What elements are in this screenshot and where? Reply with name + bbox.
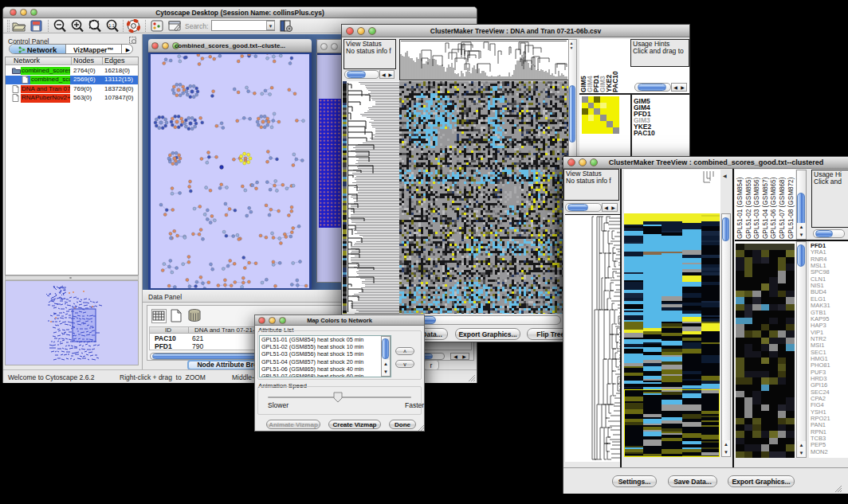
svg-text:MSI1: MSI1 [811, 342, 825, 349]
svg-text:PAC10: PAC10 [611, 71, 619, 92]
svg-text:SPC98: SPC98 [811, 268, 830, 275]
svg-text:PEP5: PEP5 [811, 441, 826, 448]
svg-text:GPL51-06 (GSM865): GPL51-06 (GSM865) [770, 177, 777, 239]
svg-text:BUD4: BUD4 [811, 288, 826, 295]
svg-text:1:1: 1:1 [108, 23, 115, 28]
svg-text:PAN1: PAN1 [811, 421, 826, 428]
svg-text:HAP3: HAP3 [811, 322, 826, 329]
svg-text:GPL51-07 (GSM868): GPL51-07 (GSM868) [779, 177, 786, 239]
svg-text:GPL51-02 (GSM855): GPL51-02 (GSM855) [745, 177, 752, 239]
svg-text:PHO81: PHO81 [811, 361, 830, 369]
svg-text:GPL51-08 (GSM872): GPL51-08 (GSM872) [787, 177, 795, 239]
svg-text:YRA1: YRA1 [811, 248, 826, 256]
svg-text:GPL51-01 (GSM854): GPL51-01 (GSM854) [736, 177, 744, 239]
svg-text:MON2: MON2 [811, 448, 828, 455]
svg-text:GPI16: GPI16 [811, 381, 827, 389]
svg-text:FIG4: FIG4 [811, 401, 824, 408]
svg-text:MAK31: MAK31 [811, 302, 830, 309]
svg-text:GPL51-03 (GSM856): GPL51-03 (GSM856) [753, 177, 760, 239]
svg-text:GPL51-04 (GSM857): GPL51-04 (GSM857) [762, 177, 769, 239]
